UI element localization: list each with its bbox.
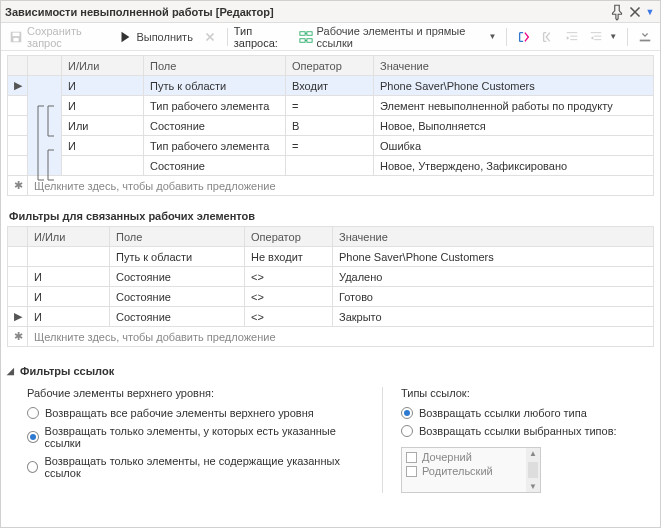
grid-row[interactable]: Состояние Новое, Утверждено, Зафиксирова… [8,156,654,176]
col-val[interactable]: Значение [374,56,654,76]
editor-window: Зависимости невыполненной работы [Редакт… [0,0,661,528]
svg-rect-4 [306,31,311,35]
svg-rect-3 [299,31,304,35]
checkbox-icon [406,452,417,463]
titlebar: Зависимости невыполненной работы [Редакт… [1,1,660,23]
link-filters-section: ◢ Фильтры ссылок Рабочие элементы верхне… [7,365,654,495]
run-query-button[interactable]: Выполнить [114,28,196,46]
top-filter-grid[interactable]: И/Или Поле Оператор Значение ▶ [7,55,654,196]
svg-rect-15 [640,39,651,41]
run-label: Выполнить [136,31,192,43]
cell-field[interactable]: Путь к области [144,76,286,96]
cell-val[interactable]: Phone Saver\Phone Customers [374,76,654,96]
grid-header-row: И/Или Поле Оператор Значение [8,227,654,247]
save-icon [9,30,23,44]
ungroup-icon [541,30,555,44]
group-bracket-cell[interactable] [28,76,62,176]
chevron-down-icon: ▼ [607,32,617,41]
top-level-filter-group: Рабочие элементы верхнего уровня: Возвра… [27,387,360,493]
radio-label: Возвращать все рабочие элементы верхнего… [45,407,314,419]
link-filters-header[interactable]: ◢ Фильтры ссылок [7,365,654,377]
radio-label: Возвращать только элементы, у которых ес… [45,425,360,449]
col-val[interactable]: Значение [333,227,654,247]
stop-button[interactable] [199,28,221,46]
radio-icon [401,407,413,419]
row-indicator: ▶ [8,76,28,96]
col-andor[interactable]: И/Или [28,227,110,247]
grid-row[interactable]: ▶ И Состояние <> Закрыто [8,307,654,327]
col-field[interactable]: Поле [110,227,245,247]
add-clause-placeholder[interactable]: Щелкните здесь, чтобы добавить предложен… [28,327,654,347]
query-type-dropdown[interactable]: Рабочие элементы и прямые ссылки ▼ [295,23,501,51]
link-types-heading: Типы ссылок: [401,387,642,399]
link-type-item[interactable]: Дочерний [406,450,522,464]
add-clause-placeholder[interactable]: Щелкните здесь, чтобы добавить предложен… [28,176,654,196]
save-query-button[interactable]: Сохранить запрос [5,23,112,51]
add-clause-row[interactable]: ✱ Щелкните здесь, чтобы добавить предлож… [8,327,654,347]
radio-label: Возвращать только элементы, не содержащи… [44,455,360,479]
query-type-icon [299,30,313,44]
link-type-item[interactable]: Родительский [406,464,522,478]
cancel-icon [203,30,217,44]
link-type-label: Родительский [422,465,493,477]
outdent-button[interactable]: ▼ [585,28,621,46]
grid-row[interactable]: И Состояние <> Готово [8,287,654,307]
group-icon [517,30,531,44]
link-types-list[interactable]: Дочерний Родительский ▲ ▼ [401,447,541,493]
cell-andor[interactable]: И [62,76,144,96]
radio-label: Возвращать ссылки любого типа [419,407,587,419]
radio-any-link-type[interactable]: Возвращать ссылки любого типа [401,407,642,419]
col-op[interactable]: Оператор [245,227,333,247]
radio-icon [27,431,39,443]
grid-row[interactable]: Путь к области Не входит Phone Saver\Pho… [8,247,654,267]
cell-op[interactable]: Входит [286,76,374,96]
close-icon[interactable] [626,3,644,21]
indent-icon [565,30,579,44]
svg-rect-2 [13,37,18,41]
add-clause-row[interactable]: ✱ Щелкните здесь, чтобы добавить предлож… [8,176,654,196]
linked-filters-heading: Фильтры для связанных рабочих элементов [9,210,654,222]
save-label: Сохранить запрос [27,25,108,49]
svg-rect-6 [306,38,311,42]
linked-filter-grid[interactable]: И/Или Поле Оператор Значение Путь к обла… [7,226,654,347]
grid-header-row: И/Или Поле Оператор Значение [8,56,654,76]
new-row-icon: ✱ [8,327,28,347]
grid-row[interactable]: И Тип рабочего элемента = Элемент невыпо… [8,96,654,116]
grid-row[interactable]: И Тип рабочего элемента = Ошибка [8,136,654,156]
svg-rect-1 [13,32,20,36]
pin-icon[interactable] [608,3,626,21]
scrollbar[interactable]: ▲ ▼ [526,448,540,492]
svg-rect-5 [299,38,304,42]
query-type-label: Тип запроса: [234,25,293,49]
radio-label: Возвращать ссылки выбранных типов: [419,425,617,437]
radio-return-all[interactable]: Возвращать все рабочие элементы верхнего… [27,407,360,419]
group-clauses-button[interactable] [513,28,535,46]
radio-return-without-links[interactable]: Возвращать только элементы, не содержащи… [27,455,360,479]
link-types-group: Типы ссылок: Возвращать ссылки любого ти… [382,387,642,493]
grid-row[interactable]: И Состояние <> Удалено [8,267,654,287]
radio-return-with-links[interactable]: Возвращать только элементы, у которых ес… [27,425,360,449]
new-row-icon: ✱ [8,176,28,196]
indent-button[interactable] [561,28,583,46]
link-filters-heading: Фильтры ссылок [20,365,114,377]
top-level-heading: Рабочие элементы верхнего уровня: [27,387,360,399]
grid-row[interactable]: ▶ И Путь к области Входит Phone Saver\Ph… [8,76,654,96]
col-field[interactable]: Поле [144,56,286,76]
scroll-thumb[interactable] [528,462,538,478]
play-icon [118,30,132,44]
col-andor[interactable]: И/Или [62,56,144,76]
panel-options-icon[interactable]: ▼ [644,7,656,17]
toolbar: Сохранить запрос Выполнить Тип запроса: … [1,23,660,51]
content-area: И/Или Поле Оператор Значение ▶ [1,51,660,527]
window-title: Зависимости невыполненной работы [Редакт… [5,6,274,18]
scroll-down-icon[interactable]: ▼ [529,482,537,491]
ungroup-clauses-button[interactable] [537,28,559,46]
checkbox-icon [406,466,417,477]
scroll-up-icon[interactable]: ▲ [529,449,537,458]
grid-row[interactable]: Или Состояние В Новое, Выполняется [8,116,654,136]
collapse-icon: ◢ [7,366,14,376]
col-op[interactable]: Оператор [286,56,374,76]
radio-selected-link-types[interactable]: Возвращать ссылки выбранных типов: [401,425,642,437]
query-type-value: Рабочие элементы и прямые ссылки [317,25,483,49]
toolbar-overflow-button[interactable] [634,28,656,46]
